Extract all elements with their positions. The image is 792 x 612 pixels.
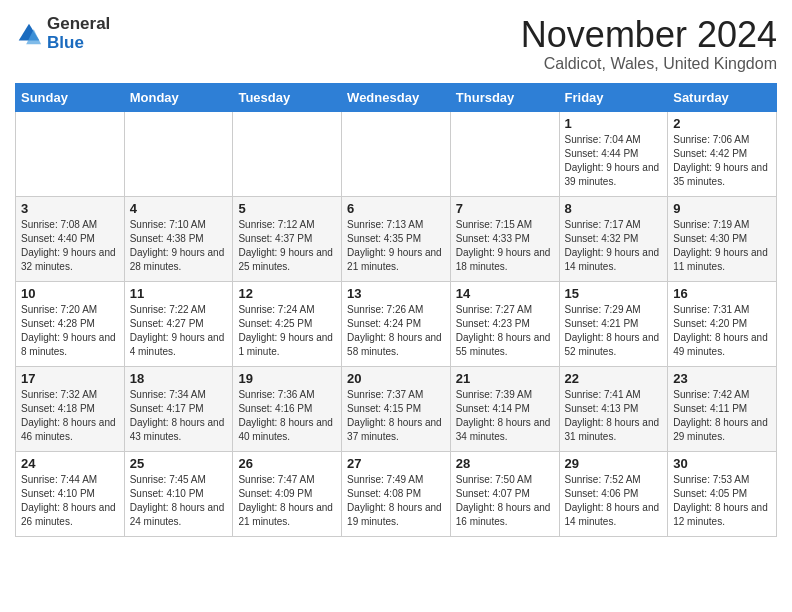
day-info: Sunrise: 7:12 AM Sunset: 4:37 PM Dayligh… xyxy=(238,218,336,274)
day-info: Sunrise: 7:41 AM Sunset: 4:13 PM Dayligh… xyxy=(565,388,663,444)
day-info: Sunrise: 7:39 AM Sunset: 4:14 PM Dayligh… xyxy=(456,388,554,444)
day-number: 18 xyxy=(130,371,228,386)
calendar-cell: 16Sunrise: 7:31 AM Sunset: 4:20 PM Dayli… xyxy=(668,281,777,366)
week-row-3: 17Sunrise: 7:32 AM Sunset: 4:18 PM Dayli… xyxy=(16,366,777,451)
day-number: 21 xyxy=(456,371,554,386)
day-info: Sunrise: 7:47 AM Sunset: 4:09 PM Dayligh… xyxy=(238,473,336,529)
day-number: 4 xyxy=(130,201,228,216)
day-info: Sunrise: 7:26 AM Sunset: 4:24 PM Dayligh… xyxy=(347,303,445,359)
day-number: 11 xyxy=(130,286,228,301)
day-info: Sunrise: 7:53 AM Sunset: 4:05 PM Dayligh… xyxy=(673,473,771,529)
calendar-cell: 15Sunrise: 7:29 AM Sunset: 4:21 PM Dayli… xyxy=(559,281,668,366)
day-number: 29 xyxy=(565,456,663,471)
week-row-4: 24Sunrise: 7:44 AM Sunset: 4:10 PM Dayli… xyxy=(16,451,777,536)
day-number: 1 xyxy=(565,116,663,131)
calendar-cell: 28Sunrise: 7:50 AM Sunset: 4:07 PM Dayli… xyxy=(450,451,559,536)
day-info: Sunrise: 7:29 AM Sunset: 4:21 PM Dayligh… xyxy=(565,303,663,359)
week-row-2: 10Sunrise: 7:20 AM Sunset: 4:28 PM Dayli… xyxy=(16,281,777,366)
logo-general: General xyxy=(47,15,110,34)
calendar-cell: 17Sunrise: 7:32 AM Sunset: 4:18 PM Dayli… xyxy=(16,366,125,451)
calendar-cell: 19Sunrise: 7:36 AM Sunset: 4:16 PM Dayli… xyxy=(233,366,342,451)
day-info: Sunrise: 7:20 AM Sunset: 4:28 PM Dayligh… xyxy=(21,303,119,359)
day-number: 10 xyxy=(21,286,119,301)
header-day-tuesday: Tuesday xyxy=(233,83,342,111)
week-row-0: 1Sunrise: 7:04 AM Sunset: 4:44 PM Daylig… xyxy=(16,111,777,196)
calendar-cell: 24Sunrise: 7:44 AM Sunset: 4:10 PM Dayli… xyxy=(16,451,125,536)
calendar-header: SundayMondayTuesdayWednesdayThursdayFrid… xyxy=(16,83,777,111)
day-number: 19 xyxy=(238,371,336,386)
calendar-body: 1Sunrise: 7:04 AM Sunset: 4:44 PM Daylig… xyxy=(16,111,777,536)
day-info: Sunrise: 7:49 AM Sunset: 4:08 PM Dayligh… xyxy=(347,473,445,529)
calendar-cell: 26Sunrise: 7:47 AM Sunset: 4:09 PM Dayli… xyxy=(233,451,342,536)
day-info: Sunrise: 7:32 AM Sunset: 4:18 PM Dayligh… xyxy=(21,388,119,444)
day-number: 14 xyxy=(456,286,554,301)
day-number: 20 xyxy=(347,371,445,386)
location-title: Caldicot, Wales, United Kingdom xyxy=(521,55,777,73)
day-info: Sunrise: 7:31 AM Sunset: 4:20 PM Dayligh… xyxy=(673,303,771,359)
day-number: 27 xyxy=(347,456,445,471)
calendar-cell: 22Sunrise: 7:41 AM Sunset: 4:13 PM Dayli… xyxy=(559,366,668,451)
day-number: 2 xyxy=(673,116,771,131)
logo-blue: Blue xyxy=(47,34,110,53)
calendar-cell: 8Sunrise: 7:17 AM Sunset: 4:32 PM Daylig… xyxy=(559,196,668,281)
day-number: 22 xyxy=(565,371,663,386)
calendar-cell: 30Sunrise: 7:53 AM Sunset: 4:05 PM Dayli… xyxy=(668,451,777,536)
calendar-cell: 9Sunrise: 7:19 AM Sunset: 4:30 PM Daylig… xyxy=(668,196,777,281)
calendar-cell: 1Sunrise: 7:04 AM Sunset: 4:44 PM Daylig… xyxy=(559,111,668,196)
calendar-cell: 18Sunrise: 7:34 AM Sunset: 4:17 PM Dayli… xyxy=(124,366,233,451)
day-info: Sunrise: 7:45 AM Sunset: 4:10 PM Dayligh… xyxy=(130,473,228,529)
logo: General Blue xyxy=(15,15,110,52)
calendar-cell: 25Sunrise: 7:45 AM Sunset: 4:10 PM Dayli… xyxy=(124,451,233,536)
day-info: Sunrise: 7:22 AM Sunset: 4:27 PM Dayligh… xyxy=(130,303,228,359)
calendar-cell xyxy=(124,111,233,196)
header-day-saturday: Saturday xyxy=(668,83,777,111)
calendar-cell: 11Sunrise: 7:22 AM Sunset: 4:27 PM Dayli… xyxy=(124,281,233,366)
day-number: 9 xyxy=(673,201,771,216)
day-number: 12 xyxy=(238,286,336,301)
day-number: 28 xyxy=(456,456,554,471)
header: General Blue November 2024 Caldicot, Wal… xyxy=(15,15,777,73)
header-day-wednesday: Wednesday xyxy=(342,83,451,111)
day-number: 16 xyxy=(673,286,771,301)
calendar-cell: 10Sunrise: 7:20 AM Sunset: 4:28 PM Dayli… xyxy=(16,281,125,366)
day-number: 15 xyxy=(565,286,663,301)
title-area: November 2024 Caldicot, Wales, United Ki… xyxy=(521,15,777,73)
day-info: Sunrise: 7:37 AM Sunset: 4:15 PM Dayligh… xyxy=(347,388,445,444)
calendar-cell: 13Sunrise: 7:26 AM Sunset: 4:24 PM Dayli… xyxy=(342,281,451,366)
calendar-cell: 27Sunrise: 7:49 AM Sunset: 4:08 PM Dayli… xyxy=(342,451,451,536)
calendar-cell xyxy=(342,111,451,196)
calendar-cell: 7Sunrise: 7:15 AM Sunset: 4:33 PM Daylig… xyxy=(450,196,559,281)
day-number: 26 xyxy=(238,456,336,471)
day-info: Sunrise: 7:08 AM Sunset: 4:40 PM Dayligh… xyxy=(21,218,119,274)
day-info: Sunrise: 7:10 AM Sunset: 4:38 PM Dayligh… xyxy=(130,218,228,274)
calendar-cell: 21Sunrise: 7:39 AM Sunset: 4:14 PM Dayli… xyxy=(450,366,559,451)
day-info: Sunrise: 7:36 AM Sunset: 4:16 PM Dayligh… xyxy=(238,388,336,444)
week-row-1: 3Sunrise: 7:08 AM Sunset: 4:40 PM Daylig… xyxy=(16,196,777,281)
day-number: 5 xyxy=(238,201,336,216)
calendar-cell: 4Sunrise: 7:10 AM Sunset: 4:38 PM Daylig… xyxy=(124,196,233,281)
day-number: 6 xyxy=(347,201,445,216)
day-number: 23 xyxy=(673,371,771,386)
calendar-cell: 23Sunrise: 7:42 AM Sunset: 4:11 PM Dayli… xyxy=(668,366,777,451)
calendar-cell: 3Sunrise: 7:08 AM Sunset: 4:40 PM Daylig… xyxy=(16,196,125,281)
day-info: Sunrise: 7:50 AM Sunset: 4:07 PM Dayligh… xyxy=(456,473,554,529)
day-number: 8 xyxy=(565,201,663,216)
calendar-table: SundayMondayTuesdayWednesdayThursdayFrid… xyxy=(15,83,777,537)
calendar-cell: 29Sunrise: 7:52 AM Sunset: 4:06 PM Dayli… xyxy=(559,451,668,536)
header-day-sunday: Sunday xyxy=(16,83,125,111)
day-number: 24 xyxy=(21,456,119,471)
calendar-cell xyxy=(233,111,342,196)
day-info: Sunrise: 7:04 AM Sunset: 4:44 PM Dayligh… xyxy=(565,133,663,189)
day-info: Sunrise: 7:13 AM Sunset: 4:35 PM Dayligh… xyxy=(347,218,445,274)
day-info: Sunrise: 7:15 AM Sunset: 4:33 PM Dayligh… xyxy=(456,218,554,274)
day-number: 25 xyxy=(130,456,228,471)
day-info: Sunrise: 7:44 AM Sunset: 4:10 PM Dayligh… xyxy=(21,473,119,529)
day-number: 30 xyxy=(673,456,771,471)
day-number: 17 xyxy=(21,371,119,386)
day-info: Sunrise: 7:17 AM Sunset: 4:32 PM Dayligh… xyxy=(565,218,663,274)
day-info: Sunrise: 7:27 AM Sunset: 4:23 PM Dayligh… xyxy=(456,303,554,359)
calendar-cell: 14Sunrise: 7:27 AM Sunset: 4:23 PM Dayli… xyxy=(450,281,559,366)
calendar-cell: 20Sunrise: 7:37 AM Sunset: 4:15 PM Dayli… xyxy=(342,366,451,451)
day-info: Sunrise: 7:24 AM Sunset: 4:25 PM Dayligh… xyxy=(238,303,336,359)
header-day-friday: Friday xyxy=(559,83,668,111)
